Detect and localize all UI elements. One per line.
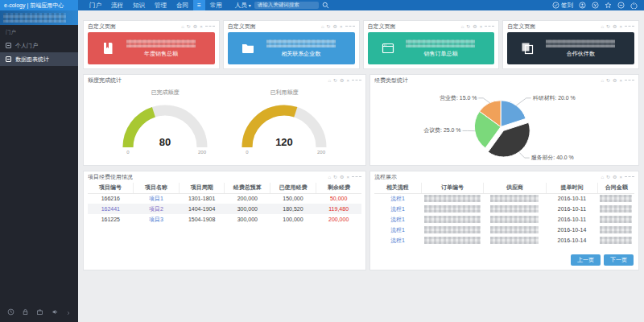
gauge-min-label: 0 bbox=[126, 150, 130, 155]
prev-page-button[interactable]: 上一页 bbox=[571, 254, 601, 266]
project-name-link[interactable]: 项目3 bbox=[134, 214, 180, 225]
table-row[interactable]: 166216 项目1 1301-1801 200,000 150,000 50,… bbox=[88, 193, 361, 204]
refresh-icon[interactable]: ↻ bbox=[466, 24, 470, 29]
profile-icon[interactable] bbox=[579, 2, 586, 9]
drag-handle-icon[interactable] bbox=[625, 26, 634, 27]
drag-handle-icon[interactable] bbox=[352, 80, 361, 80]
close-icon[interactable]: × bbox=[619, 24, 622, 29]
refresh-icon[interactable]: ↻ bbox=[333, 78, 337, 83]
home-icon[interactable]: ⌂ bbox=[328, 78, 331, 83]
sidebar-section-label: 门户 bbox=[0, 25, 78, 39]
home-icon[interactable]: ⌂ bbox=[321, 24, 324, 29]
chevron-right-icon[interactable] bbox=[66, 304, 71, 319]
search-scope-dropdown[interactable]: 人员 ▾ bbox=[235, 2, 251, 10]
wallet-icon[interactable] bbox=[592, 2, 599, 9]
search-icon[interactable] bbox=[322, 2, 329, 9]
home-icon[interactable]: ⌂ bbox=[181, 24, 184, 29]
drag-handle-icon[interactable] bbox=[352, 176, 361, 177]
table-row[interactable]: 流程1 2016-10-11 bbox=[374, 204, 634, 214]
workflow-link[interactable]: 流程1 bbox=[374, 193, 421, 204]
settings-gear-icon[interactable]: ⚙ bbox=[333, 24, 337, 29]
table-row[interactable]: 流程1 2016-10-11 bbox=[374, 214, 634, 225]
stat-card-annual-sales[interactable]: 年度销售总额 bbox=[88, 32, 215, 64]
close-icon[interactable]: × bbox=[340, 24, 343, 29]
order-number-redacted bbox=[424, 237, 481, 244]
stat-card-partner-companies[interactable]: 相关联系企业数 bbox=[228, 32, 355, 64]
settings-gear-icon[interactable]: ⚙ bbox=[193, 24, 197, 29]
close-icon[interactable]: × bbox=[346, 78, 349, 83]
card-value-redacted bbox=[266, 39, 336, 47]
refresh-icon[interactable]: ↻ bbox=[606, 175, 610, 180]
lock-icon[interactable] bbox=[22, 304, 29, 319]
check-circle-icon bbox=[552, 2, 559, 9]
menu-item-frequent[interactable]: 常用 bbox=[205, 0, 227, 10]
settings-gear-icon[interactable]: ⚙ bbox=[613, 78, 617, 83]
pie-label-meeting: 会议费: 25.0 % bbox=[423, 127, 460, 134]
menu-item-workflow[interactable]: 流程 bbox=[106, 0, 128, 10]
menu-item-knowledge[interactable]: 知识 bbox=[128, 0, 150, 10]
refresh-icon[interactable]: ↻ bbox=[333, 175, 337, 180]
close-icon[interactable]: × bbox=[619, 175, 622, 180]
home-icon[interactable]: ⌂ bbox=[328, 175, 331, 180]
workflow-link[interactable]: 流程1 bbox=[374, 225, 421, 235]
drag-handle-icon[interactable] bbox=[345, 26, 355, 27]
table-row[interactable]: 流程1 2016-10-14 bbox=[374, 225, 634, 235]
briefcase-icon[interactable] bbox=[36, 304, 43, 319]
home-icon[interactable]: ⌂ bbox=[601, 175, 604, 180]
menu-item-portal[interactable]: 门户 bbox=[85, 0, 106, 10]
refresh-icon[interactable]: ↻ bbox=[187, 24, 191, 29]
panel-title: 额度完成统计 bbox=[88, 76, 122, 85]
close-icon[interactable]: × bbox=[346, 175, 349, 180]
settings-gear-icon[interactable]: ⚙ bbox=[340, 78, 344, 83]
signin-button[interactable]: 签到 bbox=[552, 2, 573, 10]
settings-gear-icon[interactable]: ⚙ bbox=[613, 175, 617, 180]
stat-card-sales-orders[interactable]: 销售订单总额 bbox=[368, 32, 495, 64]
hamburger-menu-icon[interactable]: ≡ bbox=[193, 0, 205, 10]
settings-gear-icon[interactable]: ⚙ bbox=[340, 175, 344, 180]
sidebar-banner bbox=[0, 10, 78, 25]
project-name-link[interactable]: 项目2 bbox=[134, 204, 180, 214]
home-icon[interactable]: ⌂ bbox=[601, 24, 604, 29]
amount-redacted bbox=[600, 205, 632, 213]
sidebar-item-data-charts[interactable]: 数据图表统计 bbox=[0, 52, 78, 66]
drag-handle-icon[interactable] bbox=[205, 26, 215, 27]
close-icon[interactable]: × bbox=[619, 78, 622, 83]
workflow-link[interactable]: 流程1 bbox=[374, 235, 421, 246]
home-icon[interactable]: ⌂ bbox=[461, 24, 464, 29]
workflow-link[interactable]: 流程1 bbox=[374, 204, 421, 214]
history-clock-icon[interactable] bbox=[7, 304, 14, 319]
gauge-title: 已利用额度 bbox=[270, 89, 299, 97]
stat-card-partners[interactable]: 合作伙伴数 bbox=[507, 32, 634, 64]
settings-gear-icon[interactable]: ⚙ bbox=[613, 24, 617, 29]
refresh-icon[interactable]: ↻ bbox=[327, 24, 331, 29]
close-icon[interactable]: × bbox=[200, 24, 203, 29]
menu-item-admin[interactable]: 管理 bbox=[150, 0, 171, 10]
order-date: 2016-10-11 bbox=[546, 214, 598, 225]
drag-handle-icon[interactable] bbox=[485, 26, 494, 27]
speaker-icon[interactable] bbox=[52, 304, 59, 319]
table-row[interactable]: 流程1 2016-10-14 bbox=[374, 235, 634, 246]
logout-power-icon[interactable] bbox=[630, 2, 638, 9]
next-page-button[interactable]: 下一页 bbox=[604, 254, 634, 266]
refresh-icon[interactable]: ↻ bbox=[606, 78, 610, 83]
project-name-link[interactable]: 项目1 bbox=[134, 193, 180, 204]
table-row[interactable]: 162441 项目2 1404-1904 300,000 180,520 119… bbox=[88, 204, 361, 214]
drag-handle-icon[interactable] bbox=[625, 176, 634, 177]
settings-gear-icon[interactable]: ⚙ bbox=[473, 24, 477, 29]
close-icon[interactable]: × bbox=[480, 24, 483, 29]
search-input[interactable]: 请输入关键词搜索 bbox=[254, 2, 319, 9]
favorites-star-icon[interactable] bbox=[605, 2, 612, 9]
amount-redacted bbox=[600, 195, 632, 202]
refresh-icon[interactable]: ↻ bbox=[606, 24, 610, 29]
menu-item-contract[interactable]: 合同 bbox=[171, 0, 193, 10]
table-row[interactable]: 161225 项目3 1504-1908 300,000 100,000 200… bbox=[88, 214, 361, 225]
panel-card-partner-companies: 自定义页面 ⌂ ↻ ⚙ × 相关联系企业数 bbox=[223, 20, 360, 69]
workflow-link[interactable]: 流程1 bbox=[374, 214, 421, 225]
home-icon[interactable]: ⌂ bbox=[601, 78, 604, 83]
sidebar-item-personal-portal[interactable]: 个人门户 bbox=[0, 39, 78, 52]
panel-toolbar: ⌂ ↻ ⚙ × bbox=[601, 78, 634, 83]
notice-icon[interactable] bbox=[617, 2, 625, 9]
drag-handle-icon[interactable] bbox=[625, 80, 634, 80]
table-row[interactable]: 流程1 2016-10-11 bbox=[374, 193, 634, 204]
pie-label-service: 服务部分: 40.0 % bbox=[531, 155, 574, 161]
